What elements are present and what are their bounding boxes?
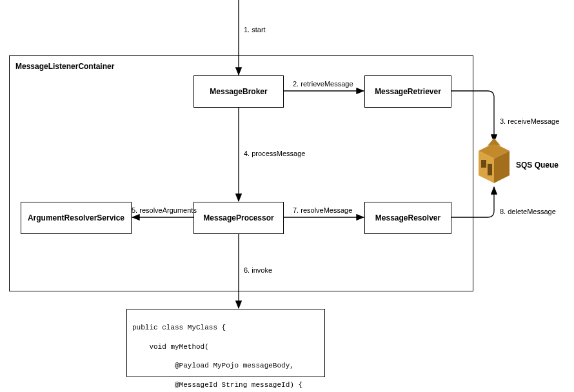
svg-rect-9 (481, 160, 486, 168)
edge-label-resolve-msg: 7. resolveMessage (293, 206, 352, 214)
code-line: @MessageId String messageId) { (132, 380, 319, 390)
node-label: ArgumentResolverService (28, 213, 124, 222)
edge-label-delete-msg: 8. deleteMessage (500, 208, 556, 215)
node-message-broker: MessageBroker (193, 75, 284, 108)
node-label: MessageProcessor (203, 213, 273, 222)
node-message-resolver: MessageResolver (364, 202, 451, 234)
svg-marker-7 (494, 151, 510, 183)
node-message-processor: MessageProcessor (193, 202, 284, 234)
sqs-queue-label: SQS Queue (516, 161, 559, 170)
node-label: MessageResolver (375, 213, 440, 222)
node-argument-resolver-service: ArgumentResolverService (21, 202, 132, 234)
edge-label-resolve-args: 5. resolveArguments (132, 206, 197, 214)
edge-label-start: 1. start (244, 26, 266, 34)
svg-marker-8 (479, 151, 494, 183)
svg-marker-11 (488, 138, 500, 146)
code-line: public class MyClass { (132, 323, 319, 333)
edge-label-retrieve: 2. retrieveMessage (293, 80, 353, 88)
code-line: @Payload MyPojo messageBody, (132, 361, 319, 371)
edge-label-process: 4. processMessage (244, 150, 305, 157)
node-label: MessageBroker (210, 87, 267, 96)
edge-label-invoke: 6. invoke (244, 266, 272, 274)
svg-marker-6 (479, 143, 510, 159)
svg-rect-10 (488, 164, 492, 175)
container-label: MessageListenerContainer (15, 62, 114, 71)
node-label: MessageRetriever (375, 87, 441, 96)
code-line: void myMethod( (132, 342, 319, 352)
code-block: public class MyClass { void myMethod( @P… (126, 309, 325, 377)
node-message-retriever: MessageRetriever (364, 75, 451, 108)
edge-label-receive: 3. receiveMessage (500, 117, 559, 125)
